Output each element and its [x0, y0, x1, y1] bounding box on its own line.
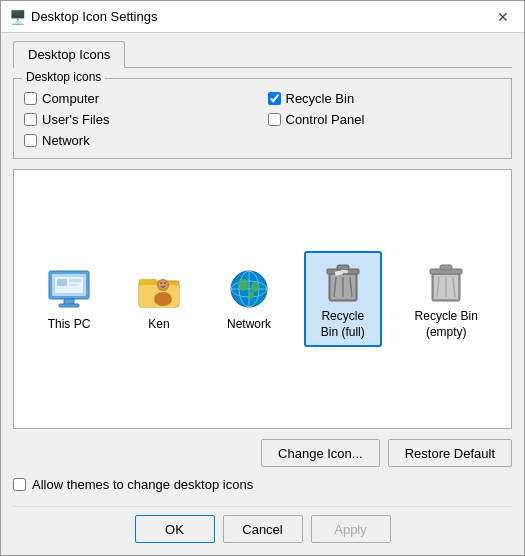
- allow-themes-text: Allow themes to change desktop icons: [32, 477, 253, 492]
- svg-point-13: [158, 280, 168, 290]
- tabs-container: Desktop Icons: [13, 41, 512, 68]
- close-button[interactable]: ✕: [490, 4, 516, 30]
- network-icon: [225, 265, 273, 313]
- icon-recycle-bin-full[interactable]: Recycle Bin (full): [304, 251, 382, 346]
- restore-default-button[interactable]: Restore Default: [388, 439, 512, 467]
- cancel-button[interactable]: Cancel: [223, 515, 303, 543]
- svg-point-21: [238, 279, 248, 291]
- recycle-bin-empty-icon: [422, 257, 470, 305]
- svg-rect-10: [139, 279, 157, 285]
- icon-network-label: Network: [227, 317, 271, 333]
- apply-button[interactable]: Apply: [311, 515, 391, 543]
- checkbox-control-panel-input[interactable]: [268, 113, 281, 126]
- icon-this-pc[interactable]: This PC: [34, 259, 104, 339]
- desktop-icon-settings-dialog: 🖥️ Desktop Icon Settings ✕ Desktop Icons…: [0, 0, 525, 556]
- ok-button[interactable]: OK: [135, 515, 215, 543]
- checkbox-users-files-label: User's Files: [42, 112, 110, 127]
- recycle-bin-full-icon: [319, 257, 367, 305]
- icon-this-pc-label: This PC: [48, 317, 91, 333]
- tab-desktop-icons[interactable]: Desktop Icons: [13, 41, 125, 68]
- ken-icon: [135, 265, 183, 313]
- svg-rect-32: [341, 270, 348, 274]
- svg-point-22: [251, 282, 259, 292]
- checkbox-recycle-bin-input[interactable]: [268, 92, 281, 105]
- icon-recycle-bin-empty-label: Recycle Bin (empty): [410, 309, 483, 340]
- allow-themes-checkbox[interactable]: [13, 478, 26, 491]
- checkbox-network-label: Network: [42, 133, 90, 148]
- svg-rect-5: [57, 279, 67, 286]
- change-icon-button[interactable]: Change Icon...: [261, 439, 380, 467]
- svg-rect-36: [440, 265, 452, 270]
- svg-point-23: [248, 291, 254, 299]
- icon-picker: This PC Ken: [13, 169, 512, 429]
- svg-point-15: [164, 282, 166, 284]
- svg-rect-2: [64, 299, 74, 304]
- checkbox-users-files[interactable]: User's Files: [24, 112, 258, 127]
- svg-rect-3: [59, 304, 79, 307]
- checkbox-users-files-input[interactable]: [24, 113, 37, 126]
- icon-ken[interactable]: Ken: [124, 259, 194, 339]
- checkbox-computer-input[interactable]: [24, 92, 37, 105]
- icon-ken-label: Ken: [148, 317, 169, 333]
- checkbox-network-input[interactable]: [24, 134, 37, 147]
- checkbox-recycle-bin[interactable]: Recycle Bin: [268, 91, 502, 106]
- window-icon: 🖥️: [9, 9, 25, 25]
- checkbox-recycle-bin-label: Recycle Bin: [286, 91, 355, 106]
- svg-point-14: [160, 282, 162, 284]
- svg-rect-6: [69, 279, 81, 282]
- svg-point-12: [154, 292, 172, 306]
- checkbox-network[interactable]: Network: [24, 133, 258, 148]
- group-legend: Desktop icons: [22, 70, 105, 84]
- checkbox-grid: Computer Recycle Bin User's Files Contro…: [24, 87, 501, 148]
- icon-network[interactable]: Network: [214, 259, 284, 339]
- svg-rect-7: [69, 284, 77, 286]
- icon-recycle-bin-empty[interactable]: Recycle Bin (empty): [402, 251, 491, 346]
- checkbox-control-panel-label: Control Panel: [286, 112, 365, 127]
- checkbox-computer-label: Computer: [42, 91, 99, 106]
- window-title: Desktop Icon Settings: [31, 9, 490, 24]
- checkbox-computer[interactable]: Computer: [24, 91, 258, 106]
- svg-rect-27: [337, 265, 349, 270]
- icon-recycle-bin-full-label: Recycle Bin (full): [312, 309, 374, 340]
- this-pc-icon: [45, 265, 93, 313]
- bottom-buttons: OK Cancel Apply: [13, 506, 512, 543]
- checkbox-control-panel[interactable]: Control Panel: [268, 112, 502, 127]
- title-bar: 🖥️ Desktop Icon Settings ✕: [1, 1, 524, 33]
- allow-themes-label[interactable]: Allow themes to change desktop icons: [13, 477, 512, 492]
- window-content: Desktop Icons Desktop icons Computer Rec…: [1, 33, 524, 555]
- desktop-icons-group: Desktop icons Computer Recycle Bin User'…: [13, 78, 512, 159]
- icon-action-buttons: Change Icon... Restore Default: [13, 439, 512, 467]
